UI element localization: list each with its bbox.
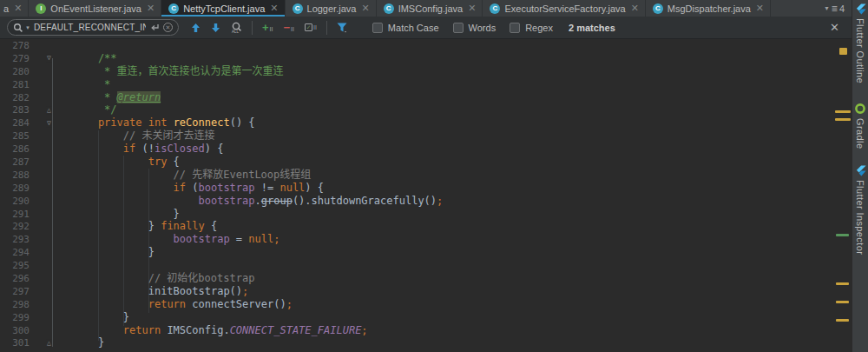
code-line-279[interactable]: 279▽ /** — [0, 52, 852, 65]
code-line-296[interactable]: 296 // 初始化bootstrap — [0, 272, 852, 285]
code-line-286[interactable]: 286 if (!isClosed) { — [0, 143, 852, 156]
code-text: return IMSConfig.CONNECT_STATE_FAILURE; — [73, 324, 368, 337]
tool-button-label: Flutter Inspector — [855, 180, 865, 255]
fold-end-icon[interactable]: △ — [46, 339, 52, 347]
scrollbar-mark[interactable] — [836, 301, 849, 303]
checkbox-icon[interactable] — [510, 23, 520, 33]
tab-executorservicefactory-java[interactable]: CExecutorServiceFactory.java✕ — [483, 0, 645, 17]
code-line-278[interactable]: 278 — [0, 39, 852, 52]
tab-imsconfig-java[interactable]: CIMSConfig.java✕ — [377, 0, 483, 17]
toolbar-separator — [326, 21, 327, 35]
class-icon: C — [293, 3, 303, 14]
fold-collapse-icon[interactable]: ▽ — [46, 119, 52, 127]
previous-occurrence-button[interactable] — [186, 17, 206, 38]
code-line-291[interactable]: 291 } — [0, 208, 852, 221]
tab-label: NettyTcpClient.java — [183, 3, 265, 14]
scrollbar-mark[interactable] — [836, 319, 849, 322]
code-line-282[interactable]: 282 * @return — [0, 91, 852, 104]
line-number: 284 — [0, 117, 33, 129]
scrollbar-mark[interactable] — [836, 282, 849, 285]
option-regex[interactable]: Regex — [510, 23, 553, 33]
line-number: 296 — [0, 273, 33, 284]
code-text: } — [73, 311, 129, 324]
code-line-283[interactable]: 283△ */ — [0, 103, 852, 116]
tab-logger-java[interactable]: CLogger.java✕ — [286, 0, 377, 17]
code-text: try { — [73, 156, 180, 169]
tabs-container: a✕IOnEventListener.java✕CNettyTcpClient.… — [0, 0, 771, 17]
code-line-301[interactable]: 301△ } — [0, 336, 852, 349]
remove-occurrence-button[interactable]: − II — [278, 23, 299, 33]
flutter-icon — [855, 3, 866, 15]
code-line-281[interactable]: 281 * — [0, 78, 852, 91]
next-occurrence-button[interactable] — [206, 17, 226, 38]
arrow-up-icon — [191, 23, 201, 33]
close-tab-icon[interactable]: ✕ — [270, 3, 278, 13]
filter-search-results-button[interactable] — [332, 17, 353, 38]
close-tab-icon[interactable]: ✕ — [147, 3, 155, 13]
close-find-bar-icon[interactable]: ✕ — [825, 21, 845, 34]
close-tab-icon[interactable]: ✕ — [756, 3, 764, 13]
find-all-button[interactable]: ALL — [226, 17, 247, 38]
search-input[interactable]: ▼ DEFAULT_RECONNECT_INTERVAL ✕ — [7, 19, 179, 36]
find-all-icon: ALL — [231, 22, 242, 33]
add-occurrence-button[interactable]: + II — [257, 23, 278, 33]
fold-collapse-icon[interactable]: ▽ — [46, 55, 52, 63]
match-count-label: 2 matches — [569, 23, 615, 33]
code-line-290[interactable]: 290 bootstrap.group().shutdownGracefully… — [0, 195, 852, 208]
tab-msgdispatcher-java[interactable]: CMsgDispatcher.java✕ — [646, 0, 771, 17]
tool-button-flutter-inspector[interactable]: Flutter Inspector — [855, 162, 866, 255]
scrollbar-mark[interactable] — [839, 48, 847, 55]
option-label: Regex — [525, 23, 553, 33]
tool-button-gradle[interactable]: Gradle — [854, 99, 866, 149]
scrollbar-mark[interactable] — [835, 118, 851, 121]
code-line-284[interactable]: 284▽ private int reConnect() { — [0, 116, 852, 130]
code-text: initBootstrap(); — [73, 285, 248, 298]
option-words[interactable]: Words — [453, 23, 496, 33]
close-tab-icon[interactable]: ✕ — [14, 3, 22, 13]
line-number: 282 — [0, 92, 33, 103]
code-text: } — [73, 336, 104, 349]
code-line-280[interactable]: 280 * 重连，首次连接也认为是第一次重连 — [0, 65, 852, 78]
newline-icon[interactable] — [149, 23, 160, 32]
tool-button-flutter-outline[interactable]: Flutter Outline — [855, 0, 866, 83]
hidden-tabs-dropdown[interactable]: ▼ ≡ 4 — [817, 0, 852, 17]
select-all-occurrences-button[interactable]: ✓ II — [299, 23, 322, 31]
code-line-298[interactable]: 298 return connectServer(); — [0, 298, 852, 311]
code-editor[interactable]: 278279▽ /**280 * 重连，首次连接也认为是第一次重连281 *28… — [0, 39, 852, 352]
clear-search-icon[interactable]: ✕ — [163, 23, 173, 32]
checkbox-icon[interactable] — [453, 23, 464, 33]
line-number: 292 — [0, 221, 33, 232]
code-text: // 先释放EventLoop线程组 — [73, 169, 311, 182]
code-line-297[interactable]: 297 initBootstrap(); — [0, 285, 852, 298]
tab-nettytcpclient-java[interactable]: CNettyTcpClient.java✕ — [161, 0, 285, 17]
tool-button-label: Flutter Outline — [855, 18, 865, 83]
checkbox-icon[interactable] — [372, 23, 383, 33]
fold-end-icon[interactable]: △ — [46, 106, 52, 114]
code-line-292[interactable]: 292 } finally { — [0, 220, 852, 233]
option-match-case[interactable]: Match Case — [372, 23, 439, 33]
code-line-288[interactable]: 288 // 先释放EventLoop线程组 — [0, 169, 852, 182]
tab-a[interactable]: a✕ — [0, 0, 29, 17]
close-tab-icon[interactable]: ✕ — [631, 3, 639, 13]
code-line-287[interactable]: 287 try { — [0, 156, 852, 169]
right-tool-stripe: Flutter OutlineGradleFlutter Inspector — [852, 0, 868, 352]
line-number: 279 — [0, 53, 33, 64]
find-toolbar: ▼ DEFAULT_RECONNECT_INTERVAL ✕ ALL — [0, 17, 852, 39]
code-line-293[interactable]: 293 bootstrap = null; — [0, 233, 852, 246]
search-query-text[interactable]: DEFAULT_RECONNECT_INTERVAL — [34, 23, 146, 32]
code-line-285[interactable]: 285 // 未关闭才去连接 — [0, 130, 852, 143]
code-line-299[interactable]: 299 } — [0, 311, 852, 324]
code-line-295[interactable]: 295 — [0, 259, 852, 272]
code-line-289[interactable]: 289 if (bootstrap != null) { — [0, 182, 852, 195]
scrollbar-mark[interactable] — [836, 234, 849, 236]
tab-label: OnEventListener.java — [50, 3, 141, 14]
close-tab-icon[interactable]: ✕ — [468, 3, 476, 13]
close-tab-icon[interactable]: ✕ — [361, 3, 369, 13]
scrollbar-mark[interactable] — [835, 110, 851, 113]
code-line-300[interactable]: 300 return IMSConfig.CONNECT_STATE_FAILU… — [0, 324, 852, 337]
code-line-294[interactable]: 294 } — [0, 246, 852, 259]
search-history-chevron-icon[interactable]: ▼ — [25, 25, 30, 30]
tab-oneventlistener-java[interactable]: IOnEventListener.java✕ — [29, 0, 161, 17]
code-text: } — [73, 208, 180, 221]
tab-label: MsgDispatcher.java — [667, 3, 751, 14]
